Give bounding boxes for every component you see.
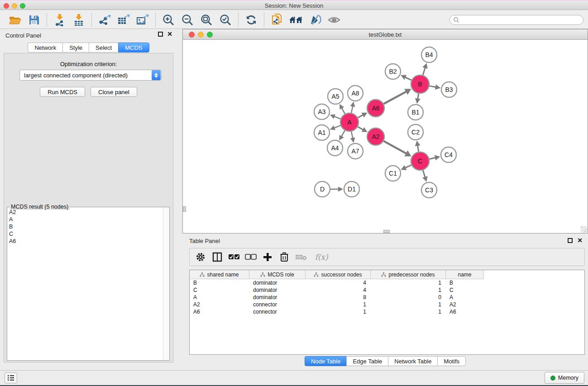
graph-node-B1[interactable]: B1 xyxy=(408,105,423,120)
close-panel-button[interactable]: Close panel xyxy=(91,87,137,97)
graph-node-C4[interactable]: C4 xyxy=(441,147,456,162)
column-header[interactable]: MCDS role xyxy=(249,270,306,279)
table-tab-motifs[interactable]: Motifs xyxy=(437,356,466,366)
column-header[interactable]: predecessor nodes xyxy=(371,270,446,279)
home-button[interactable] xyxy=(287,12,306,28)
graph-node-B2[interactable]: B2 xyxy=(385,64,401,79)
graph-edge[interactable] xyxy=(341,108,345,114)
graph-edge[interactable] xyxy=(417,145,418,152)
table-tab-edge-table[interactable]: Edge Table xyxy=(346,356,388,366)
close-table-panel-icon[interactable]: ✕ xyxy=(577,237,583,243)
zoom-selected-button[interactable] xyxy=(216,12,235,28)
graph-node-D1[interactable]: D1 xyxy=(344,181,359,197)
horizontal-scrollbar-thumb[interactable] xyxy=(383,230,390,233)
column-header[interactable]: shared name xyxy=(190,270,249,279)
select-all-button[interactable] xyxy=(228,250,240,264)
graph-node-B[interactable]: B xyxy=(411,75,429,93)
table-row[interactable]: A2connector11A2 xyxy=(190,301,584,308)
network-document-button[interactable] xyxy=(268,12,287,28)
add-column-button[interactable] xyxy=(261,250,274,264)
graph-edge[interactable] xyxy=(351,132,353,139)
show-columns-button[interactable] xyxy=(211,250,224,264)
tab-select[interactable]: Select xyxy=(89,43,118,52)
result-item[interactable]: B xyxy=(7,223,163,230)
search-input[interactable] xyxy=(459,16,583,24)
graph-node-A4[interactable]: A4 xyxy=(327,140,343,156)
export-table-button[interactable] xyxy=(114,12,133,28)
deselect-all-button[interactable] xyxy=(244,250,257,264)
graph-node-D[interactable]: D xyxy=(315,181,330,197)
graph-node-A5[interactable]: A5 xyxy=(328,89,343,104)
delete-table-button[interactable] xyxy=(295,250,307,264)
graph-edge[interactable] xyxy=(351,105,353,113)
graph-node-A7[interactable]: A7 xyxy=(348,143,363,159)
hide-annotations-button[interactable] xyxy=(306,12,325,28)
show-details-button[interactable] xyxy=(325,12,344,28)
result-scrollbar[interactable] xyxy=(163,207,169,360)
graph-edge[interactable] xyxy=(423,170,425,178)
graph-edge[interactable] xyxy=(341,130,345,137)
graph-node-A[interactable]: A xyxy=(340,113,359,131)
graph-node-A1[interactable]: A1 xyxy=(314,125,330,140)
float-panel-icon[interactable] xyxy=(158,32,163,37)
graph-node-A8[interactable]: A8 xyxy=(348,86,363,101)
zoom-in-button[interactable] xyxy=(159,12,178,28)
graph-edge[interactable] xyxy=(384,141,407,154)
table-row[interactable]: Cdominator41C xyxy=(190,286,584,294)
table-row[interactable]: Adominator80A xyxy=(190,294,584,301)
graph-node-A2[interactable]: A2 xyxy=(367,128,384,145)
run-mcds-button[interactable]: Run MCDS xyxy=(40,87,85,97)
tab-style[interactable]: Style xyxy=(62,43,89,52)
graph-edge[interactable] xyxy=(358,114,363,118)
graph-edge[interactable] xyxy=(423,67,425,75)
float-table-panel-icon[interactable] xyxy=(568,238,573,243)
result-item[interactable]: A2 xyxy=(7,209,163,216)
graph-node-C[interactable]: C xyxy=(411,152,429,170)
export-network-button[interactable] xyxy=(95,12,114,28)
result-item[interactable]: A6 xyxy=(7,238,163,245)
graph-node-C3[interactable]: C3 xyxy=(421,182,437,198)
import-network-button[interactable] xyxy=(50,12,69,28)
tab-mcds[interactable]: MCDS xyxy=(118,43,149,52)
graph-edge[interactable] xyxy=(358,127,363,130)
graph-edge[interactable] xyxy=(384,91,407,104)
table-tab-node-table[interactable]: Node Table xyxy=(305,356,347,366)
memory-button[interactable]: Memory xyxy=(545,372,584,384)
result-item[interactable]: A xyxy=(7,216,163,223)
function-builder-button[interactable]: f(x) xyxy=(311,250,331,264)
task-history-button[interactable] xyxy=(5,372,17,383)
open-session-button[interactable] xyxy=(5,12,24,28)
zoom-fit-button[interactable] xyxy=(197,12,216,28)
apply-layout-button[interactable] xyxy=(242,12,261,28)
graph-node-A6[interactable]: A6 xyxy=(367,100,384,117)
table-row[interactable]: A6connector11A6 xyxy=(190,308,584,315)
tab-network[interactable]: Network xyxy=(28,43,62,52)
table-settings-button[interactable] xyxy=(194,250,207,264)
zoom-out-button[interactable] xyxy=(178,12,197,28)
criterion-dropdown[interactable]: largest connected component (directed) xyxy=(19,70,162,81)
delete-column-button[interactable] xyxy=(278,250,291,264)
close-panel-icon[interactable]: ✕ xyxy=(167,31,172,37)
graph-edge[interactable] xyxy=(405,165,411,168)
import-table-button[interactable] xyxy=(69,12,88,28)
graph-node-A3[interactable]: A3 xyxy=(314,104,330,119)
network-canvas[interactable]: A5A8A3A6AA1A2A4A7B4B2BB3B1C2C4CC1C3DD1 xyxy=(183,40,588,233)
vertical-scrollbar-thumb[interactable] xyxy=(183,206,186,212)
table-tab-network-table[interactable]: Network Table xyxy=(388,356,437,366)
graph-node-B3[interactable]: B3 xyxy=(441,82,457,97)
graph-node-C1[interactable]: C1 xyxy=(385,166,401,181)
graph-node-B4[interactable]: B4 xyxy=(421,47,437,62)
export-image-button[interactable] xyxy=(133,12,152,28)
graph-edge[interactable] xyxy=(429,157,436,159)
save-session-button[interactable] xyxy=(24,12,43,28)
graph-edge[interactable] xyxy=(430,86,436,87)
graph-edge[interactable] xyxy=(405,77,411,80)
table-row[interactable]: Bdominator41B xyxy=(190,279,584,286)
graph-node-C2[interactable]: C2 xyxy=(408,124,423,140)
result-item[interactable]: C xyxy=(7,230,163,238)
column-header[interactable]: successor nodes xyxy=(306,270,371,279)
resize-grip[interactable] xyxy=(581,226,587,233)
graph-edge[interactable] xyxy=(334,116,340,119)
column-header[interactable]: name xyxy=(446,270,484,279)
graph-edge[interactable] xyxy=(334,125,340,128)
